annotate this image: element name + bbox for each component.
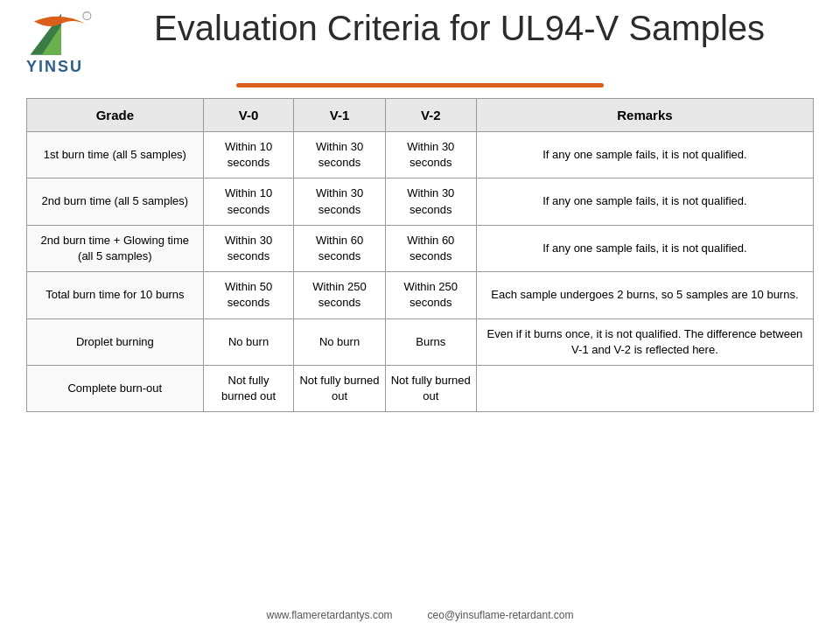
cell-0-v2: Within 30 seconds (385, 132, 476, 178)
cell-4-v0: No burn (203, 318, 294, 365)
footer: www.flameretardantys.com ceo@yinsuflame-… (26, 602, 814, 621)
logo-text: YINSU (26, 58, 83, 76)
cell-1-v0: Within 10 seconds (203, 178, 294, 225)
table-row: Droplet burningNo burnNo burnBurnsEven i… (27, 318, 814, 365)
table-container: Grade V-0 V-1 V-2 Remarks 1st burn time … (26, 98, 814, 602)
cell-5-v2: Not fully burned out (385, 365, 476, 411)
table-row: Complete burn-outNot fully burned outNot… (27, 365, 814, 411)
cell-1-remarks: If any one sample fails, it is not quali… (476, 178, 813, 225)
cell-2-remarks: If any one sample fails, it is not quali… (476, 225, 813, 271)
footer-website: www.flameretardantys.com (267, 609, 393, 621)
footer-email: ceo@yinsuflame-retardant.com (428, 609, 574, 621)
table-row: 1st burn time (all 5 samples)Within 10 s… (27, 132, 814, 178)
cell-0-remarks: If any one sample fails, it is not quali… (476, 132, 813, 178)
criteria-table: Grade V-0 V-1 V-2 Remarks 1st burn time … (26, 98, 814, 412)
table-row: 2nd burn time (all 5 samples)Within 10 s… (27, 178, 814, 225)
cell-0-v1: Within 30 seconds (294, 132, 385, 178)
cell-2-v1: Within 60 seconds (294, 225, 385, 271)
cell-5-v1: Not fully burned out (294, 365, 385, 411)
svg-point-2 (83, 12, 91, 20)
page: YINSU Evaluation Criteria for UL94-V Sam… (0, 0, 840, 630)
divider (236, 83, 604, 88)
logo-area: YINSU (26, 9, 96, 76)
table-header-row: Grade V-0 V-1 V-2 Remarks (27, 99, 814, 132)
col-header-remarks: Remarks (476, 99, 813, 132)
col-header-v1: V-1 (294, 99, 385, 132)
cell-4-v1: No burn (294, 318, 385, 365)
cell-3-criterion: Total burn time for 10 burns (27, 272, 204, 318)
cell-0-criterion: 1st burn time (all 5 samples) (27, 132, 204, 178)
cell-1-v2: Within 30 seconds (385, 178, 476, 225)
cell-2-v2: Within 60 seconds (385, 225, 476, 271)
cell-5-v0: Not fully burned out (203, 365, 294, 411)
cell-2-criterion: 2nd burn time + Glowing time (all 5 samp… (27, 225, 204, 271)
cell-1-criterion: 2nd burn time (all 5 samples) (27, 178, 204, 225)
col-header-v2: V-2 (385, 99, 476, 132)
cell-3-remarks: Each sample undergoes 2 burns, so 5 samp… (476, 272, 813, 318)
col-header-v0: V-0 (203, 99, 294, 132)
cell-3-v0: Within 50 seconds (203, 272, 294, 318)
header: YINSU Evaluation Criteria for UL94-V Sam… (26, 9, 814, 76)
cell-1-v1: Within 30 seconds (294, 178, 385, 225)
cell-0-v0: Within 10 seconds (203, 132, 294, 178)
col-header-grade: Grade (27, 99, 204, 132)
title-area: Evaluation Criteria for UL94-V Samples (105, 9, 814, 48)
cell-3-v1: Within 250 seconds (294, 272, 385, 318)
cell-4-v2: Burns (385, 318, 476, 365)
page-title: Evaluation Criteria for UL94-V Samples (154, 9, 765, 48)
logo-icon (26, 9, 96, 61)
cell-3-v2: Within 250 seconds (385, 272, 476, 318)
cell-4-remarks: Even if it burns once, it is not qualifi… (476, 318, 813, 365)
table-row: 2nd burn time + Glowing time (all 5 samp… (27, 225, 814, 271)
cell-2-v0: Within 30 seconds (203, 225, 294, 271)
cell-5-criterion: Complete burn-out (27, 365, 204, 411)
cell-4-criterion: Droplet burning (27, 318, 204, 365)
table-row: Total burn time for 10 burnsWithin 50 se… (27, 272, 814, 318)
cell-5-remarks (476, 365, 813, 411)
